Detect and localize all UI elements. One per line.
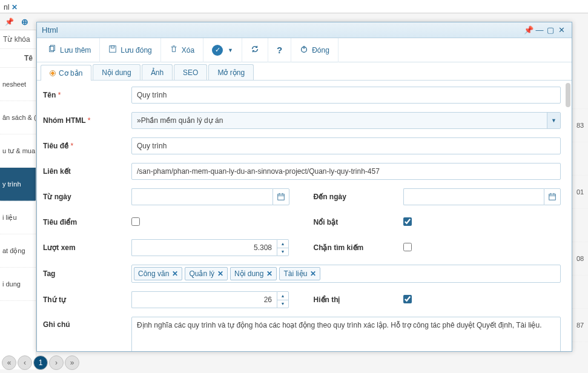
pin-icon[interactable]: 📌 xyxy=(5,18,14,26)
background-col-header: Tê xyxy=(0,49,36,68)
tab-nội-dung[interactable]: Nội dung xyxy=(93,64,140,80)
form-body: Tên * Nhóm HTML * »Phần mềm quản lý dự á… xyxy=(37,81,572,351)
ghichu-textarea[interactable] xyxy=(131,317,561,351)
refresh-button[interactable] xyxy=(242,38,268,62)
background-list-item[interactable]: at động xyxy=(0,234,36,268)
tab-label: Mở rộng xyxy=(217,68,245,77)
tieude-label: Tiêu đề xyxy=(43,142,68,150)
background-search-label: Từ khóa xyxy=(0,30,36,49)
tungay-input[interactable] xyxy=(131,188,273,205)
scrollbar-thumb[interactable] xyxy=(566,83,570,107)
background-list-item[interactable]: y trình xyxy=(0,168,36,201)
help-button[interactable]: ? xyxy=(268,38,291,62)
pager-prev-icon[interactable]: ‹ xyxy=(18,355,32,370)
required-marker: * xyxy=(88,116,91,125)
pager-first-icon[interactable]: « xyxy=(2,355,16,370)
spinner-down-icon[interactable]: ▼ xyxy=(277,300,288,308)
hienthi-label: Hiển thị xyxy=(314,295,340,304)
hienthi-checkbox[interactable] xyxy=(403,295,412,303)
close-icon[interactable]: ✕ xyxy=(556,25,567,35)
tag-chip[interactable]: Công văn✕ xyxy=(134,267,182,280)
noibat-checkbox[interactable] xyxy=(403,217,412,226)
tag-chip[interactable]: Nội dung✕ xyxy=(230,267,277,280)
save-more-button[interactable]: Lưu thêm xyxy=(39,38,100,62)
background-count-cell xyxy=(572,342,588,373)
close-button[interactable]: Đóng xyxy=(291,38,339,62)
required-marker: * xyxy=(58,91,61,99)
pin-icon[interactable]: 📌 xyxy=(523,25,534,35)
html-editor-modal: Html 📌 — ▢ ✕ Lưu thêm Lưu đóng Xóa ✓ ▼ xyxy=(36,22,572,352)
ghichu-label: Ghi chú xyxy=(43,320,70,329)
background-list-item[interactable]: ân sách & ( xyxy=(0,101,36,134)
spinner-up-icon[interactable]: ▲ xyxy=(277,240,288,248)
save-close-label: Lưu đóng xyxy=(121,46,151,54)
svg-rect-3 xyxy=(111,46,114,48)
denngay-input[interactable] xyxy=(403,188,544,205)
noibat-label: Nổi bật xyxy=(314,218,339,226)
trash-icon xyxy=(170,45,178,55)
modal-titlebar[interactable]: Html 📌 — ▢ ✕ xyxy=(37,22,572,38)
background-list-item[interactable]: i liệu xyxy=(0,201,36,234)
tag-chip[interactable]: Tài liệu✕ xyxy=(279,267,320,280)
background-count-cell xyxy=(572,76,588,109)
thutu-input[interactable] xyxy=(131,291,277,308)
spinner-down-icon[interactable]: ▼ xyxy=(277,248,288,256)
approve-dropdown-button[interactable]: ✓ ▼ xyxy=(203,38,242,62)
close-icon[interactable]: ✕ xyxy=(217,269,223,278)
ten-input[interactable] xyxy=(131,87,561,104)
thutu-spinner[interactable]: ▲▼ xyxy=(131,291,289,308)
background-count-cell: 87 xyxy=(572,309,588,342)
pager-last-icon[interactable]: » xyxy=(65,355,79,370)
maximize-icon[interactable]: ▢ xyxy=(545,25,556,35)
background-count-cell xyxy=(572,142,588,176)
lienket-label: Liên kết xyxy=(43,167,71,176)
tag-chip-label: Quản lý xyxy=(189,269,214,278)
tag-chip[interactable]: Quản lý✕ xyxy=(185,267,228,280)
chevron-down-icon[interactable]: ▼ xyxy=(547,113,560,128)
close-label: Đóng xyxy=(312,46,329,54)
pager-page-current[interactable]: 1 xyxy=(33,355,48,370)
close-icon[interactable]: ✕ xyxy=(266,269,273,278)
chantimkiem-checkbox[interactable] xyxy=(403,243,412,251)
background-list-item[interactable]: u tư & mua xyxy=(0,134,36,168)
close-icon[interactable]: ✕ xyxy=(12,3,18,12)
background-list-item[interactable]: i dung xyxy=(0,268,36,301)
chantimkiem-label: Chặn tìm kiếm xyxy=(314,243,364,252)
pager-next-icon[interactable]: › xyxy=(49,355,64,370)
tab-seo[interactable]: SEO xyxy=(174,64,207,80)
calendar-icon[interactable] xyxy=(273,188,289,205)
nhom-select[interactable]: »Phần mềm quản lý dự án ▼ xyxy=(131,112,561,129)
calendar-icon[interactable] xyxy=(544,188,561,205)
luotxem-input[interactable] xyxy=(131,239,277,256)
help-icon: ? xyxy=(277,45,282,55)
tieudiem-checkbox[interactable] xyxy=(131,217,140,226)
luotxem-spinner[interactable]: ▲▼ xyxy=(131,239,289,256)
delete-button[interactable]: Xóa xyxy=(161,38,203,62)
close-icon[interactable]: ✕ xyxy=(310,269,316,278)
tab-cơ-bản[interactable]: Cơ bản xyxy=(41,65,91,81)
thutu-label: Thứ tự xyxy=(43,295,66,304)
background-count-cell xyxy=(572,209,588,242)
background-pager[interactable]: « ‹ 1 › » xyxy=(2,355,79,370)
spinner-up-icon[interactable]: ▲ xyxy=(277,292,288,300)
tab-mở-rộng[interactable]: Mở rộng xyxy=(208,64,254,80)
background-list-item[interactable]: nesheet xyxy=(0,68,36,101)
save-icon xyxy=(108,45,117,55)
denngay-label: Đến ngày xyxy=(314,193,346,201)
background-count-cell: 01 xyxy=(572,176,588,209)
save-more-label: Lưu thêm xyxy=(60,46,91,54)
tag-chip-label: Nội dung xyxy=(234,269,263,278)
save-close-button[interactable]: Lưu đóng xyxy=(100,38,160,62)
background-tabstrip: nl ✕ xyxy=(0,0,588,13)
tab-ảnh[interactable]: Ảnh xyxy=(142,64,173,80)
tieude-input[interactable] xyxy=(131,137,561,154)
tag-chip-label: Tài liệu xyxy=(283,269,307,278)
minimize-icon[interactable]: — xyxy=(534,25,545,35)
chevron-down-icon: ▼ xyxy=(228,47,233,53)
tag-input[interactable]: Công văn✕Quản lý✕Nội dung✕Tài liệu✕ xyxy=(131,265,561,283)
add-icon[interactable]: ⊕ xyxy=(21,17,28,27)
close-icon[interactable]: ✕ xyxy=(172,269,178,278)
luotxem-label: Lượt xem xyxy=(43,243,76,252)
background-tab[interactable]: nl ✕ xyxy=(0,1,21,13)
lienket-input[interactable] xyxy=(131,163,561,180)
